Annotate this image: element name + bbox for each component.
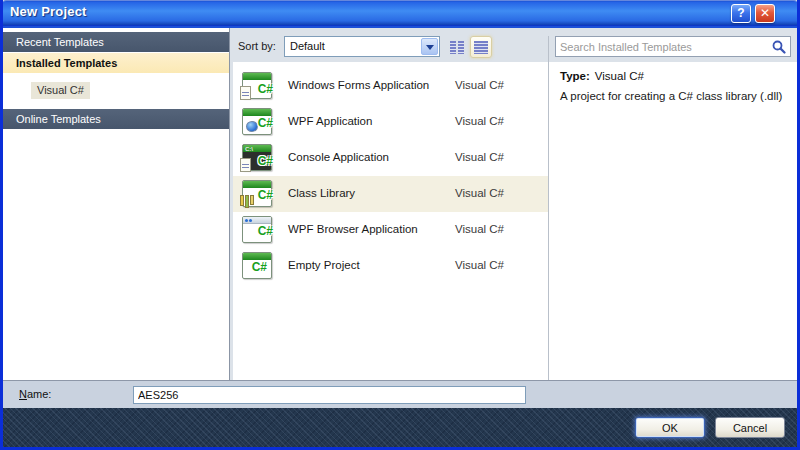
sort-by-dropdown[interactable]: Default: [284, 36, 440, 57]
list-item-console-application[interactable]: C:\ C# Console Application Visual C#: [233, 140, 548, 176]
help-icon: ?: [737, 6, 744, 20]
windows-forms-app-icon: C#: [240, 71, 274, 101]
search-icon[interactable]: [772, 40, 786, 54]
close-button[interactable]: ✕: [755, 4, 775, 23]
template-details-panel: Type:Visual C# A project for creating a …: [549, 62, 800, 380]
list-item-wpf-browser-application[interactable]: C# WPF Browser Application Visual C#: [233, 212, 548, 248]
template-list: C# Windows Forms Application Visual C# C…: [233, 62, 548, 380]
sidebar-item-installed-templates[interactable]: Installed Templates: [3, 53, 229, 73]
cancel-button[interactable]: Cancel: [715, 417, 785, 438]
new-project-dialog: New Project ? ✕ Recent Templates Install…: [0, 0, 800, 450]
medium-icons-icon: [450, 41, 464, 54]
ok-button[interactable]: OK: [635, 417, 705, 438]
type-value: Visual C#: [595, 70, 644, 82]
template-type-line: Type:Visual C#: [560, 70, 644, 82]
sidebar-divider: [229, 28, 230, 380]
project-name-input[interactable]: [133, 386, 526, 404]
template-description: A project for creating a C# class librar…: [560, 90, 792, 102]
list-item-class-library[interactable]: C# Class Library Visual C#: [233, 176, 548, 212]
name-bar: Name:: [3, 380, 797, 408]
wpf-app-icon: C#: [240, 107, 274, 137]
close-icon: ✕: [760, 6, 770, 20]
list-item-windows-forms-application[interactable]: C# Windows Forms Application Visual C#: [233, 68, 548, 104]
list-item-empty-project[interactable]: C# Empty Project Visual C#: [233, 248, 548, 284]
console-app-icon: C:\ C#: [240, 143, 274, 173]
list-view-button[interactable]: [470, 36, 492, 58]
help-button[interactable]: ?: [731, 4, 751, 23]
sort-by-label: Sort by:: [238, 40, 276, 52]
titlebar[interactable]: New Project ? ✕: [0, 0, 800, 26]
wpf-browser-app-icon: C#: [240, 215, 274, 245]
list-view-icon: [474, 41, 488, 54]
type-label: Type:: [560, 70, 590, 82]
search-input[interactable]: [560, 38, 765, 55]
sidebar-item-online-templates[interactable]: Online Templates: [3, 109, 229, 129]
search-box: [555, 36, 791, 57]
name-label: Name:: [19, 388, 51, 400]
list-item-wpf-application[interactable]: C# WPF Application Visual C#: [233, 104, 548, 140]
sidebar-item-visual-csharp[interactable]: Visual C#: [31, 82, 90, 99]
sort-by-value: Default: [290, 40, 325, 52]
medium-icons-view-button[interactable]: [446, 36, 468, 58]
class-library-icon: C#: [240, 179, 274, 209]
empty-project-icon: C#: [240, 251, 274, 281]
button-bar: OK Cancel: [3, 408, 797, 447]
category-sidebar: Recent Templates Installed Templates Vis…: [3, 28, 229, 380]
window-title: New Project: [10, 4, 87, 19]
chevron-down-icon[interactable]: [421, 38, 438, 55]
sidebar-item-recent-templates[interactable]: Recent Templates: [3, 32, 229, 52]
